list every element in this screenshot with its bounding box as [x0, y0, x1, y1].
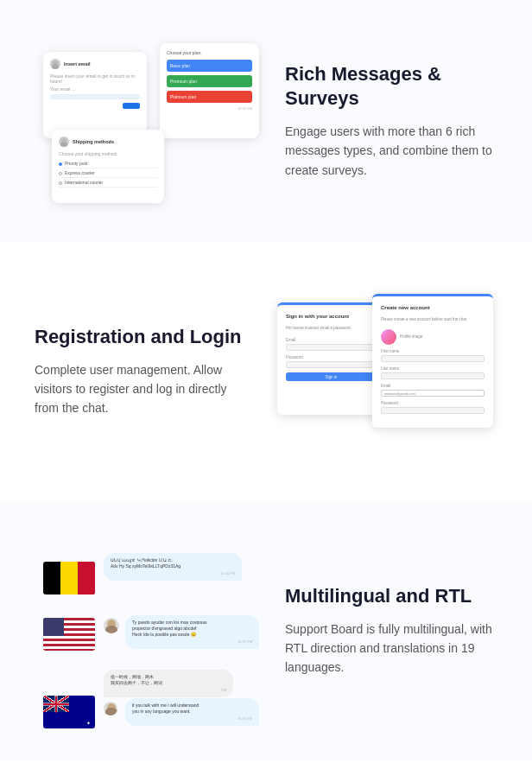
profile-image-placeholder [381, 329, 396, 345]
login-email-label: Email [286, 338, 377, 342]
multilingual-section: Ան կ՚ապրէ Կ.Պolición Մ.Ա.Ե.Adv Hy Sq xyM… [0, 501, 532, 760]
spanish-chat-bubble: Ty puedo ayudar con los mas costosasprop… [125, 615, 259, 649]
register-first-label: First name [381, 349, 484, 353]
register-last-label: Last name [381, 366, 484, 371]
login-email-input [286, 344, 377, 351]
register-last-input [381, 372, 484, 379]
register-pass-label: Password [381, 401, 484, 405]
registration-title: Registration and Login [35, 325, 247, 350]
registration-content: Registration and Login Complete user man… [35, 325, 247, 418]
user-avatar-au [104, 702, 117, 715]
multilingual-title: Multilingual and RTL [285, 584, 497, 609]
rich-messages-content: Rich Messages & Surveys Engage users wit… [285, 62, 497, 180]
register-first-input [381, 355, 484, 362]
plan-header: Choose your plan: [167, 50, 252, 55]
register-email-label: Email [381, 384, 484, 388]
multilingual-content: Multilingual and RTL Support Board is fu… [285, 584, 497, 677]
plan-mockup-card: Choose your plan: Basic plan Premium pla… [160, 43, 259, 138]
login-pass-input [286, 361, 377, 368]
registration-description: Complete user management. Allow visitors… [35, 360, 247, 418]
rich-messages-mockup: Insert email Please insert your email to… [35, 35, 259, 207]
english-chat-bubble: if you talk with me I will understandyou… [125, 698, 259, 726]
premium-plan-label: Premium plan [170, 79, 197, 84]
email-mockup-card: Insert email Please insert your email to… [43, 52, 147, 138]
shipping-card-title: Shipping methods [73, 139, 114, 144]
multilingual-mockup: Ան կ՚ապրէ Կ.Պolición Մ.Ա.Ե.Adv Hy Sq xyM… [35, 536, 259, 726]
platinum-plan-label: Platinum plan [170, 94, 196, 99]
registration-mockup: Sign in with your account Per favore ins… [273, 277, 497, 467]
login-title: Sign in with your account [286, 314, 377, 319]
basic-plan-label: Basic plan [170, 63, 190, 68]
login-submit-btn: Sign in [286, 372, 377, 381]
multilingual-description: Support Board is fully multilingual, wit… [285, 620, 497, 677]
rich-messages-section: Insert email Please insert your email to… [0, 0, 532, 242]
user-avatar-multilingual [104, 618, 119, 633]
belgian-flag [43, 562, 95, 595]
profile-label: Profile image [400, 334, 422, 339]
email-card-title: Insert email [64, 61, 91, 67]
us-flag [43, 618, 95, 651]
registration-section: Sign in with your account Per favore ins… [0, 242, 532, 501]
register-email-input: melissa@gmail.com [381, 390, 484, 397]
rich-messages-description: Engage users with more than 6 rich messa… [285, 122, 497, 180]
login-desc: Per favore inserisci email e password: [286, 326, 377, 331]
login-card: Sign in with your account Per favore ins… [277, 302, 385, 415]
register-pass-input [381, 407, 484, 414]
armenian-chat-bubble: Ան կ՚ապրէ Կ.Պolición Մ.Ա.Ե.Adv Hy Sq xyM… [104, 553, 242, 581]
chinese-chat-bubble: 批一时候，两地，两木我买回去两个，不让，两词 PM [104, 670, 233, 697]
register-card: Create new account Please create a new a… [372, 294, 493, 428]
register-title: Create new account [381, 305, 484, 310]
login-pass-label: Password [286, 355, 377, 359]
australian-flag: ✦ [43, 696, 95, 728]
login-btn-label: Sign in [326, 375, 338, 379]
rich-messages-title: Rich Messages & Surveys [285, 62, 497, 111]
shipping-mockup-card: Shipping methods Choose your shipping me… [52, 130, 164, 203]
register-desc: Please create a new account before start… [381, 317, 484, 322]
